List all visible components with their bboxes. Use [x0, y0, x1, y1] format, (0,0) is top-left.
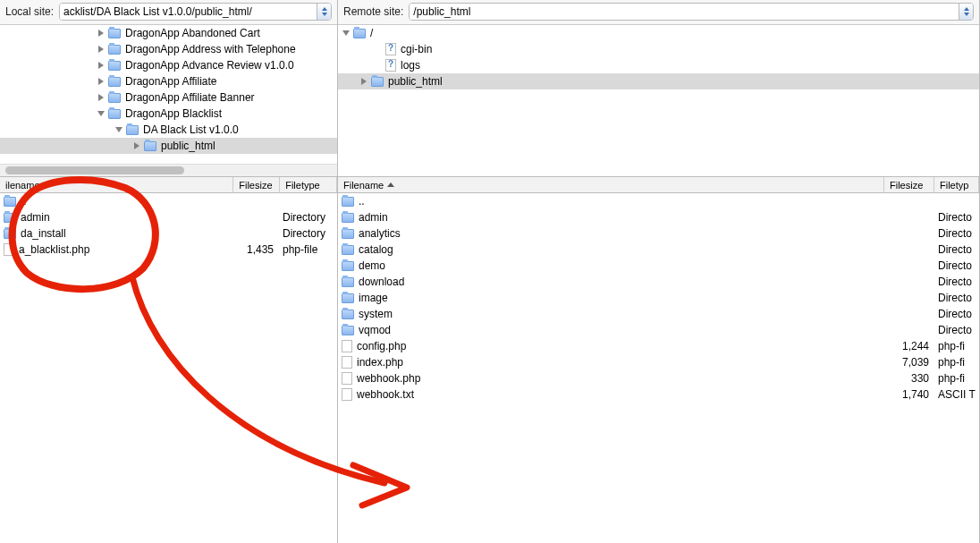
- local-col-filesize[interactable]: Filesize: [233, 177, 280, 192]
- tree-row[interactable]: DA Black List v1.0.0: [0, 122, 337, 138]
- local-dir-tree[interactable]: DragonApp Abandoned CartDragonApp Addres…: [0, 25, 337, 177]
- file-name: webhook.txt: [357, 388, 414, 401]
- file-row[interactable]: analyticsDirecto: [338, 225, 979, 242]
- file-name: image: [359, 292, 388, 304]
- remote-col-filetype[interactable]: Filetyp: [934, 177, 979, 192]
- tree-row[interactable]: public_html: [338, 73, 979, 89]
- remote-site-combo-button[interactable]: [959, 4, 973, 20]
- unknown-icon: [385, 43, 396, 55]
- file-row[interactable]: demoDirecto: [338, 258, 979, 274]
- file-row[interactable]: index.php7,039php-fi: [338, 354, 979, 370]
- file-type: Directo: [934, 211, 979, 224]
- remote-site-input[interactable]: [410, 4, 959, 20]
- file-size: 7,039: [886, 356, 934, 369]
- folder-icon: [342, 261, 354, 271]
- disclosure-open-icon[interactable]: [342, 30, 350, 36]
- disclosure-closed-icon[interactable]: [98, 78, 104, 85]
- remote-list-header: Filename Filesize Filetyp: [338, 177, 979, 193]
- file-row[interactable]: vqmodDirecto: [338, 322, 979, 338]
- remote-site-combo[interactable]: [409, 3, 974, 21]
- file-row[interactable]: adminDirecto: [338, 209, 979, 225]
- tree-row[interactable]: DragonApp Affiliate: [0, 73, 337, 89]
- file-row[interactable]: da_installDirectory: [0, 225, 337, 242]
- file-type: php-fi: [934, 356, 979, 369]
- file-row[interactable]: downloadDirecto: [338, 274, 979, 290]
- file-type: php-fi: [934, 372, 979, 385]
- tree-row[interactable]: DragonApp Address with Telephone: [0, 41, 337, 57]
- disclosure-open-icon[interactable]: [115, 127, 122, 132]
- file-name: vqmod: [359, 324, 391, 336]
- disclosure-closed-icon[interactable]: [98, 46, 104, 53]
- folder-icon: [108, 93, 121, 103]
- local-site-bar: Local site:: [0, 0, 337, 25]
- folder-icon: [353, 29, 366, 38]
- file-icon: [342, 356, 352, 369]
- file-name: da_install: [21, 227, 66, 240]
- tree-row[interactable]: DragonApp Abandoned Cart: [0, 25, 337, 41]
- file-name: config.php: [357, 340, 406, 352]
- file-row[interactable]: catalogDirecto: [338, 242, 979, 258]
- local-col-filename[interactable]: ilename: [0, 177, 233, 192]
- tree-row[interactable]: public_html: [0, 138, 337, 154]
- remote-col-filesize[interactable]: Filesize: [884, 177, 934, 192]
- remote-col-filename[interactable]: Filename: [338, 177, 884, 192]
- disclosure-open-icon[interactable]: [97, 111, 105, 116]
- file-row[interactable]: ..: [338, 193, 979, 209]
- file-name: admin: [359, 211, 388, 224]
- tree-row[interactable]: DragonApp Affiliate Banner: [0, 89, 337, 106]
- remote-dir-tree[interactable]: /cgi-binlogspublic_html: [338, 25, 979, 177]
- local-col-filetype[interactable]: Filetype: [280, 177, 337, 192]
- file-row[interactable]: a_blacklist.php1,435php-file: [0, 242, 337, 258]
- tree-label: DragonApp Abandoned Cart: [125, 27, 260, 39]
- file-icon: [342, 340, 352, 352]
- file-row[interactable]: webhook.php330php-fi: [338, 370, 979, 386]
- folder-icon: [4, 213, 16, 223]
- file-type: Directo: [934, 243, 979, 256]
- tree-row[interactable]: DragonApp Blacklist: [0, 106, 337, 122]
- tree-label: DragonApp Blacklist: [125, 107, 222, 120]
- file-type: ASCII T: [934, 388, 979, 401]
- file-type: Directo: [934, 292, 979, 304]
- file-name: webhook.php: [357, 372, 420, 385]
- file-size: 330: [886, 372, 934, 385]
- local-file-list[interactable]: ..adminDirectoryda_installDirectorya_bla…: [0, 193, 337, 543]
- folder-icon: [108, 77, 121, 87]
- file-type: Directory: [279, 211, 336, 224]
- file-row[interactable]: ..: [0, 193, 337, 209]
- chevron-down-icon: [322, 13, 327, 16]
- tree-label: DragonApp Advance Review v1.0.0: [125, 59, 294, 72]
- file-row[interactable]: config.php1,244php-fi: [338, 338, 979, 354]
- folder-icon: [126, 125, 139, 135]
- folder-icon: [342, 213, 354, 223]
- file-size: 1,435: [234, 243, 279, 256]
- file-row[interactable]: imageDirecto: [338, 290, 979, 306]
- local-tree-scrollbar[interactable]: [0, 164, 337, 176]
- file-type: php-file: [279, 243, 336, 256]
- local-site-combo[interactable]: [59, 3, 332, 21]
- tree-row[interactable]: cgi-bin: [338, 41, 979, 57]
- disclosure-closed-icon[interactable]: [98, 62, 104, 69]
- file-row[interactable]: adminDirectory: [0, 209, 337, 225]
- scrollbar-thumb[interactable]: [5, 166, 184, 174]
- folder-icon: [342, 277, 354, 287]
- file-row[interactable]: webhook.txt1,740ASCII T: [338, 386, 979, 403]
- file-type: Directo: [934, 324, 979, 336]
- remote-file-list[interactable]: ..adminDirectoanalyticsDirectocatalogDir…: [338, 193, 979, 543]
- tree-row[interactable]: /: [338, 25, 979, 41]
- file-name: a_blacklist.php: [19, 243, 89, 256]
- disclosure-closed-icon[interactable]: [98, 94, 104, 101]
- file-row[interactable]: systemDirecto: [338, 306, 979, 322]
- tree-row[interactable]: DragonApp Advance Review v1.0.0: [0, 57, 337, 73]
- folder-icon: [108, 109, 121, 119]
- disclosure-closed-icon[interactable]: [98, 30, 104, 37]
- file-size: 1,740: [886, 388, 934, 401]
- disclosure-closed-icon[interactable]: [134, 142, 139, 149]
- file-type: Directo: [934, 308, 979, 320]
- local-site-input[interactable]: [60, 4, 317, 20]
- folder-icon: [371, 77, 384, 87]
- tree-row[interactable]: logs: [338, 57, 979, 73]
- tree-label: DA Black List v1.0.0: [143, 123, 239, 136]
- folder-icon: [4, 197, 16, 207]
- local-site-combo-button[interactable]: [317, 4, 331, 20]
- disclosure-closed-icon[interactable]: [361, 78, 367, 85]
